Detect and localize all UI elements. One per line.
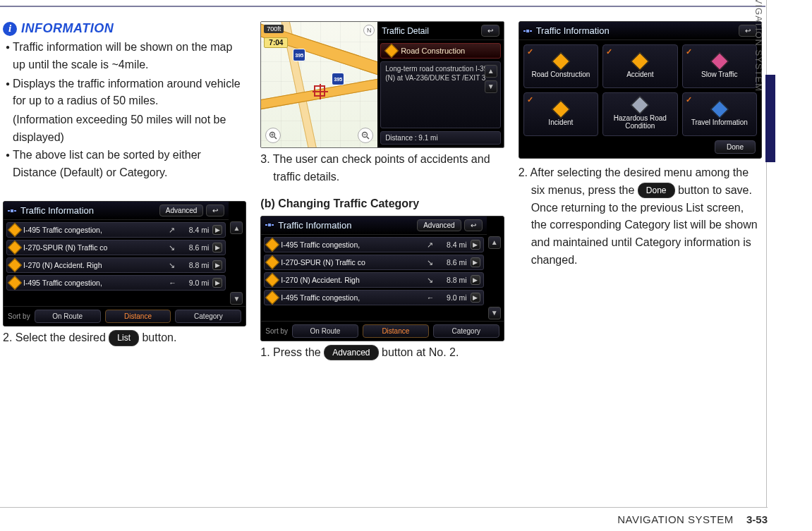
traffic-row-detail-button[interactable]: ▶ xyxy=(212,260,222,270)
category-icon xyxy=(710,100,728,118)
category-label: Incident xyxy=(548,118,573,126)
svg-rect-14 xyxy=(523,30,526,32)
category-screen-title: Traffic Information xyxy=(536,25,736,36)
sort-category-button[interactable]: Category xyxy=(175,310,241,323)
traffic-row[interactable]: I-495 Traffic congestion,←9.0 mi▶ xyxy=(6,275,226,291)
svg-line-4 xyxy=(274,137,277,139)
traffic-row-icon xyxy=(265,273,279,287)
traffic-row-name: I-270 (N) Accident. Righ xyxy=(23,261,165,269)
traffic-list-screenshot: Traffic Information Advanced ↩ I-495 Tra… xyxy=(3,201,246,326)
back-button[interactable]: ↩ xyxy=(464,219,483,231)
map-detail-screenshot: 700ft 7:04 N 395 395 Traffic Detail ↩ xyxy=(260,21,504,148)
traffic-row-detail-button[interactable]: ▶ xyxy=(471,293,480,303)
back-button[interactable]: ↩ xyxy=(481,25,499,37)
sort-by-label: Sort by xyxy=(8,312,30,320)
traffic-row[interactable]: I-495 Traffic congestion,↗8.4 mi▶ xyxy=(264,237,483,252)
back-button[interactable]: ↩ xyxy=(206,205,224,216)
traffic-row[interactable]: I-270-SPUR (N) Traffic co↘8.6 mi▶ xyxy=(6,240,226,255)
traffic-row-detail-button[interactable]: ▶ xyxy=(471,275,480,285)
route-shield-icon: 395 xyxy=(293,49,305,61)
traffic-row-name: I-270-SPUR (N) Traffic co xyxy=(23,243,165,252)
traffic-row[interactable]: I-270 (N) Accident. Righ↘8.8 mi▶ xyxy=(6,257,226,273)
done-button[interactable]: Done xyxy=(715,140,756,154)
traffic-row-detail-button[interactable]: ▶ xyxy=(471,240,480,250)
route-shield-icon: 395 xyxy=(332,73,344,85)
traffic-row-detail-button[interactable]: ▶ xyxy=(471,257,480,267)
traffic-row-name: I-495 Traffic congestion, xyxy=(23,279,165,287)
svg-rect-2 xyxy=(14,210,16,212)
category-cell[interactable]: ✓Incident xyxy=(523,92,598,136)
scroll-up-button[interactable]: ▲ xyxy=(230,221,243,234)
traffic-row-distance: 9.0 mi xyxy=(437,293,467,302)
advanced-button[interactable]: Advanced xyxy=(417,219,461,231)
advanced-button-pill: Advanced xyxy=(324,345,378,361)
scroll-down-button[interactable]: ▼ xyxy=(230,292,243,305)
category-icon xyxy=(631,52,649,70)
check-icon: ✓ xyxy=(527,47,533,56)
side-tab xyxy=(765,0,775,531)
sort-on-route-button[interactable]: On Route xyxy=(292,324,358,338)
traffic-title-bar: Traffic Information Advanced ↩ xyxy=(4,202,229,220)
svg-rect-0 xyxy=(11,209,13,212)
category-label: Hazardous Road Condition xyxy=(605,114,675,130)
check-icon: ✓ xyxy=(606,47,612,56)
traffic-row[interactable]: I-270 (N) Accident. Righ↘8.8 mi▶ xyxy=(264,272,483,288)
category-cell[interactable]: ✓Accident xyxy=(602,44,677,88)
zoom-out-button[interactable] xyxy=(358,128,373,143)
map-time: 7:04 xyxy=(264,37,288,48)
sort-on-route-button[interactable]: On Route xyxy=(35,310,101,323)
sort-distance-button[interactable]: Distance xyxy=(363,324,429,338)
satellite-icon xyxy=(265,221,274,229)
traffic-row-direction-icon: ↘ xyxy=(427,258,434,267)
info-note: (Information exceeding 50 miles will not… xyxy=(3,111,246,147)
traffic-row-detail-button[interactable]: ▶ xyxy=(212,278,222,288)
category-cell[interactable]: ✓Travel Information xyxy=(682,92,757,136)
scroll-up-button[interactable]: ▲ xyxy=(485,65,497,78)
category-cell[interactable]: ✓Road Construction xyxy=(523,44,598,88)
traffic-row-direction-icon: ↘ xyxy=(427,276,434,284)
scroll-down-button[interactable]: ▼ xyxy=(488,307,501,319)
traffic-row-icon xyxy=(265,291,279,305)
step-3-user-check: 3. The user can check points of accident… xyxy=(260,151,504,186)
traffic-row-detail-button[interactable]: ▶ xyxy=(212,243,222,252)
detail-title-bar: Traffic Detail ↩ xyxy=(377,22,504,40)
advanced-button[interactable]: Advanced xyxy=(159,205,203,216)
traffic-row-name: I-270-SPUR (N) Traffic co xyxy=(281,258,423,267)
traffic-row-distance: 8.6 mi xyxy=(179,243,209,252)
traffic-row[interactable]: I-495 Traffic congestion,←9.0 mi▶ xyxy=(264,290,483,305)
compass-icon[interactable]: N xyxy=(363,25,375,36)
traffic-row-name: I-495 Traffic congestion, xyxy=(281,293,423,302)
traffic-row-detail-button[interactable]: ▶ xyxy=(212,225,222,235)
traffic-row-icon xyxy=(8,223,22,237)
detail-category-row: Road Construction xyxy=(380,43,501,59)
svg-rect-10 xyxy=(268,224,271,226)
traffic-row[interactable]: I-495 Traffic congestion,↗8.4 mi▶ xyxy=(6,222,226,238)
traffic-row-icon xyxy=(8,258,22,272)
sort-by-row: Sort by On Route Distance Category xyxy=(4,306,246,326)
category-cell[interactable]: ✓Slow Traffic xyxy=(682,44,757,88)
traffic-row-distance: 8.4 mi xyxy=(437,240,467,249)
top-rule xyxy=(0,6,765,7)
traffic-row[interactable]: I-270-SPUR (N) Traffic co↘8.6 mi▶ xyxy=(264,255,483,270)
category-cell[interactable]: Hazardous Road Condition xyxy=(602,92,677,136)
satellite-icon xyxy=(8,207,16,215)
traffic-row-direction-icon: ↘ xyxy=(169,261,176,269)
sort-distance-button[interactable]: Distance xyxy=(105,310,171,323)
scroll-down-button[interactable]: ▼ xyxy=(485,80,497,93)
zoom-in-button[interactable] xyxy=(265,128,281,143)
traffic-row-distance: 9.0 mi xyxy=(179,279,209,287)
traffic-row-distance: 8.6 mi xyxy=(437,258,467,267)
check-icon: ✓ xyxy=(686,47,692,56)
traffic-row-direction-icon: ← xyxy=(169,279,176,287)
traffic-title-bar: Traffic Information Advanced ↩ xyxy=(261,216,486,235)
step-text-pre: 2. Select the desired xyxy=(3,331,109,343)
map-pane[interactable]: 700ft 7:04 N 395 395 xyxy=(261,22,377,147)
sort-category-button[interactable]: Category xyxy=(433,324,499,338)
sort-by-label: Sort by xyxy=(265,327,288,335)
svg-rect-13 xyxy=(526,30,529,32)
svg-rect-15 xyxy=(530,30,532,32)
map-scale: 700ft xyxy=(264,25,284,33)
scroll-up-button[interactable]: ▲ xyxy=(488,236,501,249)
satellite-icon xyxy=(523,27,532,35)
traffic-row-icon xyxy=(8,276,22,290)
